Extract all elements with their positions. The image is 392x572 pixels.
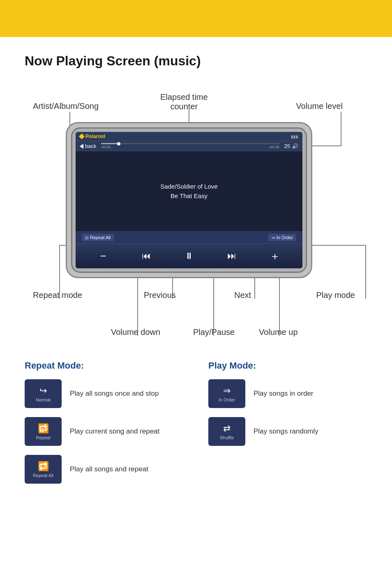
repeat-all-icon-symbol: 🔁 [38, 461, 49, 472]
in-order-icon-symbol: ⇒ [223, 385, 231, 396]
bottom-section: Repeat Mode: ↪ Normal Play all songs onc… [25, 360, 367, 493]
screen-navbar: back 00:00 -03:38 [76, 141, 302, 151]
brand-label: Polaroid [85, 134, 105, 139]
label-volume-down: Volume down [111, 328, 160, 337]
label-artist: Artist/Album/Song [33, 101, 99, 111]
screen-topbar: Polaroid ▮▮▮ [76, 132, 302, 141]
progress-dot [117, 142, 120, 145]
repeat-all-item: 🔁 Repeat All Play all songs and repeat [25, 455, 184, 484]
play-mode-badge[interactable]: ⇒ In Order [268, 234, 296, 241]
label-elapsed: Elapsed timecounter [160, 92, 208, 111]
play-in-order-item: ⇒ In Order Play songs in order [208, 379, 367, 408]
progress-area: 00:00 -03:38 [101, 143, 279, 149]
label-previous: Previous [144, 291, 176, 300]
label-volume-up: Volume up [259, 328, 298, 337]
mode-bar: ⊡ Repeat All ⇒ In Order [76, 231, 302, 244]
time-start: 00:00 [101, 145, 111, 149]
repeat-mode-label: Repeat All [90, 235, 111, 240]
device-wrapper: Polaroid ▮▮▮ back [66, 122, 312, 278]
in-order-label: In Order [219, 397, 235, 402]
repeat-single-icon-box: 🔂 Repeat [25, 417, 62, 446]
repeat-all-label: Repeat All [33, 473, 53, 478]
label-next: Next [234, 291, 251, 300]
label-volume-level: Volume level [296, 101, 343, 111]
repeat-mode-badge[interactable]: ⊡ Repeat All [82, 234, 114, 241]
in-order-icon: ⇒ [272, 235, 275, 240]
page-title: Now Playing Screen (music) [25, 53, 367, 69]
play-mode-label: In Order [277, 235, 293, 240]
in-order-description: Play songs in order [254, 390, 314, 398]
play-mode-section: Play Mode: ⇒ In Order Play songs in orde… [208, 360, 367, 493]
signal-bars: ▮▮▮ [291, 134, 298, 139]
controls-bar: − ⏮ ⏸ ⏭ ＋ [76, 244, 302, 268]
repeat-single-item: 🔂 Repeat Play current song and repeat [25, 417, 184, 446]
progress-track[interactable] [101, 143, 279, 144]
shuffle-icon: ⇄ [223, 423, 231, 434]
repeat-single-description: Play current song and repeat [70, 427, 159, 436]
volume-up-button[interactable]: ＋ [267, 248, 283, 264]
diagram-area: Artist/Album/Song Elapsed timecounter Vo… [25, 89, 367, 344]
previous-button[interactable]: ⏮ [138, 248, 154, 264]
volume-down-button[interactable]: − [95, 248, 111, 264]
repeat-mode-title: Repeat Mode: [25, 360, 184, 371]
play-pause-button[interactable]: ⏸ [181, 248, 197, 264]
back-triangle-icon [80, 144, 83, 149]
normal-label: Normal [36, 397, 50, 402]
volume-number: 25 [284, 143, 290, 149]
music-screen: Polaroid ▮▮▮ back [76, 132, 302, 268]
progress-fill [101, 143, 119, 144]
brand-area: Polaroid [80, 134, 105, 139]
label-play-mode: Play mode [316, 291, 355, 300]
song-info: Sade/Soldier of Love Be That Easy [76, 151, 302, 231]
back-label: back [85, 143, 96, 149]
polaroid-diamond-icon [79, 134, 85, 139]
play-shuffle-item: ⇄ Shuffle Play songs randomly [208, 417, 367, 446]
normal-description: Play all songs once and stop [70, 390, 159, 398]
back-button[interactable]: back [80, 143, 96, 149]
play-shuffle-icon-box: ⇄ Shuffle [208, 417, 245, 446]
next-button[interactable]: ⏭ [224, 248, 240, 264]
repeat-all-icon-box: 🔁 Repeat All [25, 455, 62, 484]
label-repeat-mode: Repeat mode [33, 291, 82, 300]
normal-arrow-icon: ↪ [39, 385, 47, 396]
repeat-single-label: Repeat [36, 435, 50, 440]
song-line2: Be That Easy [171, 191, 208, 201]
shuffle-description: Play songs randomly [254, 427, 318, 436]
shuffle-label: Shuffle [220, 435, 234, 440]
repeat-normal-item: ↪ Normal Play all songs once and stop [25, 379, 184, 408]
repeat-all-icon: ⊡ [85, 235, 88, 240]
top-bar [0, 0, 392, 37]
progress-times: 00:00 -03:38 [101, 145, 279, 149]
repeat-all-description: Play all songs and repeat [70, 465, 148, 473]
play-mode-title: Play Mode: [208, 360, 367, 371]
play-in-order-icon-box: ⇒ In Order [208, 379, 245, 408]
repeat-single-icon: 🔂 [38, 423, 49, 434]
repeat-normal-icon-box: ↪ Normal [25, 379, 62, 408]
volume-display: 25 🔊 [284, 143, 298, 149]
song-line1: Sade/Soldier of Love [160, 182, 217, 191]
label-play-pause: Play/Pause [193, 328, 235, 337]
speaker-icon: 🔊 [292, 143, 298, 149]
repeat-mode-section: Repeat Mode: ↪ Normal Play all songs onc… [25, 360, 184, 493]
time-end: -03:38 [269, 145, 279, 149]
